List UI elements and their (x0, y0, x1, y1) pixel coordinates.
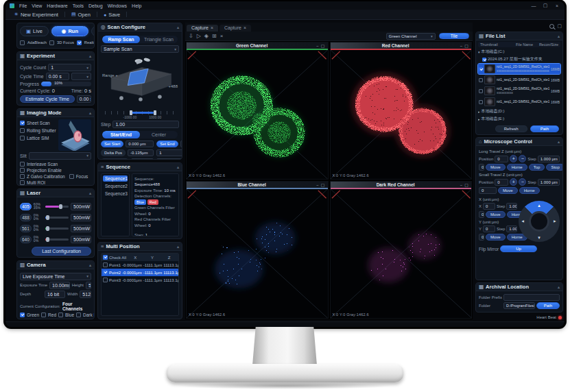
pin-tool-icon[interactable]: ◈ (204, 33, 209, 39)
file-row-3[interactable]: roi1_seq1_2D-SIM561_RedCh_ste1_Simonxxxx… (478, 86, 560, 96)
estimate-cycle-time-button[interactable]: Estimate Cycle Time (20, 95, 75, 103)
tab-start-end[interactable]: Start/End (102, 131, 140, 138)
channel-green-checkbox[interactable]: Green (20, 313, 39, 317)
maximize-icon[interactable]: ▢ (542, 3, 549, 8)
channel-settings-icon[interactable]: ▢ (464, 43, 468, 48)
longz-home-button[interactable]: Home (507, 164, 527, 171)
menu-hardware[interactable]: Hardware (47, 3, 67, 8)
laser-405-chip[interactable]: 405 (20, 203, 32, 210)
scan-range-slider[interactable]: -1000.00 1000.00 (105, 108, 175, 118)
longz-position-input[interactable]: 0 (495, 156, 508, 162)
drive-d-node[interactable]: ▸ 本地磁盘(D:) (478, 108, 560, 114)
y-step-input[interactable]: 1.000 μm (506, 225, 517, 232)
check-all-checkbox[interactable] (103, 255, 108, 260)
minimize-channel-icon[interactable]: − (460, 44, 463, 48)
tree-expand-icon[interactable]: ▾ (478, 50, 480, 54)
y-target-input[interactable]: 0 (479, 234, 484, 241)
cycle-count-input[interactable]: 1▾ (48, 64, 91, 71)
exposure-time-input[interactable]: 10.00ms (49, 282, 70, 289)
set-start-button[interactable]: Set Start (101, 140, 123, 147)
file-path-button[interactable]: Path (530, 125, 559, 132)
delta-pos-button[interactable]: Delta Pos (101, 149, 126, 156)
laser-488-slider[interactable] (45, 217, 69, 219)
menu-view[interactable]: View (32, 3, 42, 8)
pin-icon[interactable]: ▴ (177, 244, 179, 249)
channel-darkred-checkbox[interactable]: Dark Red (76, 313, 95, 317)
focus-checkbox[interactable]: Focus (69, 174, 88, 179)
longz-step-input[interactable]: 1.000 μm (538, 156, 560, 162)
close-tab-icon[interactable]: × (211, 25, 213, 30)
smallz-position-input[interactable]: 0 (495, 179, 508, 186)
search-icon[interactable] (549, 24, 554, 29)
delta-input[interactable]: -0.135μm (128, 149, 154, 156)
longz-plus-button[interactable]: + (510, 155, 517, 162)
laser-405-slider[interactable] (45, 206, 69, 208)
depth-select[interactable]: 16 bit (45, 291, 65, 298)
pin-icon[interactable]: ▴ (177, 164, 179, 169)
save-button[interactable]: ● Save (100, 11, 123, 19)
multi-roi-checkbox[interactable]: Multi ROI (20, 180, 45, 185)
red-channel-view[interactable]: Red Channel − ▢ (330, 42, 473, 180)
longz-top-button[interactable]: Top (529, 164, 545, 171)
longz-target-input[interactable]: 0 (479, 164, 484, 171)
dpad-down-button[interactable]: ▾ (538, 235, 541, 240)
cycle-time-input[interactable]: 0.00 s (46, 73, 69, 80)
minimize-channel-icon[interactable]: − (316, 44, 319, 48)
current2-input[interactable]: 0.000μm (156, 158, 182, 160)
menu-debug[interactable]: Debug (88, 3, 103, 8)
laser-640-chip[interactable]: 640 (20, 236, 32, 243)
table-row-point3[interactable]: Point3 -0.0001μm -1111.1μm 11113.1μm (102, 276, 178, 284)
smallz-home-button[interactable]: Home (519, 187, 540, 194)
laser-488-chip[interactable]: 488 (20, 214, 32, 221)
point2-checkbox[interactable] (103, 270, 108, 275)
pin-icon[interactable]: ▴ (558, 284, 560, 289)
laser-405-power-select[interactable]: 500mW▾ (71, 203, 91, 210)
dpad-right-button[interactable]: ▴ (554, 220, 558, 223)
table-row-point2[interactable]: Point2 -0.0001μm -1111.1μm 11113.1μm (102, 269, 178, 276)
estimate-value-input[interactable]: 0.00 s (77, 95, 91, 103)
close-icon[interactable]: × (554, 3, 560, 8)
longz-move-button[interactable]: Move (486, 164, 506, 171)
point3-checkbox[interactable] (103, 278, 108, 282)
minimize-channel-icon[interactable]: − (460, 183, 463, 187)
tab-center[interactable]: Center (140, 131, 178, 138)
channel-settings-icon[interactable]: ▢ (464, 182, 468, 187)
adableach-checkbox[interactable] (20, 40, 25, 45)
laser-561-slider[interactable] (45, 228, 69, 230)
folder-node[interactable]: 2024.05.27 星期一实验文件夹 (478, 56, 560, 62)
pin-icon[interactable]: ▴ (89, 53, 91, 58)
sequence-item-3[interactable]: Sequence3 (103, 191, 128, 197)
end-input[interactable]: 0.000 μm (180, 140, 182, 147)
pin-icon[interactable]: ▴ (89, 191, 91, 195)
refresh-files-button[interactable]: Refresh (495, 125, 527, 132)
minimize-channel-icon[interactable]: − (316, 183, 319, 187)
close-tab-icon[interactable]: × (244, 25, 246, 30)
current-input[interactable]: -0.135μm (131, 158, 154, 160)
step-input[interactable]: 1.00 (112, 121, 179, 128)
tile-button[interactable]: Tile (439, 33, 469, 39)
tab-ramp-scan[interactable]: Ramp Scan (102, 36, 140, 43)
menu-help[interactable]: Help (132, 3, 141, 8)
file-checkbox[interactable] (479, 100, 483, 104)
file-row-1[interactable]: roi1_seq1_2D-SIM561_RedCh_ste1_Simonxxxx… (478, 64, 560, 74)
last-configuration-button[interactable]: Last Configuration (32, 247, 91, 256)
set-current-button[interactable]: Set Current (101, 158, 129, 160)
remove-position-button[interactable]: − (147, 319, 152, 319)
file-checkbox[interactable] (479, 78, 483, 82)
sample-scan-select[interactable]: Sample Scan▾ (101, 45, 179, 53)
file-row-4[interactable]: roi1_seq1_2D-SIM561_RedCh_ste1_Simon 16M… (478, 97, 560, 107)
tree-expand-icon[interactable]: ▸ (478, 110, 480, 114)
pin-icon[interactable]: ▴ (89, 110, 91, 115)
cycle-time-unit-select[interactable]: ▾ (71, 73, 91, 80)
drive-e-node[interactable]: ▸ 本地磁盘(E:) (478, 116, 560, 122)
add-sequence-button[interactable]: + (136, 239, 141, 240)
file-checkbox[interactable] (479, 67, 483, 71)
realtime-sr-checkbox[interactable] (77, 40, 82, 45)
channel-red-checkbox[interactable]: Red (41, 313, 56, 317)
menu-windows[interactable]: Windows (108, 3, 127, 8)
laser-488-power-select[interactable]: 500mW▾ (71, 214, 91, 221)
width-input[interactable]: 512px (80, 291, 91, 298)
laser-640-power-select[interactable]: 500mW▾ (71, 236, 91, 243)
z-galvo-calibration-checkbox[interactable]: Z Galvo Calibration (20, 174, 65, 179)
menu-file[interactable]: File (19, 3, 27, 8)
